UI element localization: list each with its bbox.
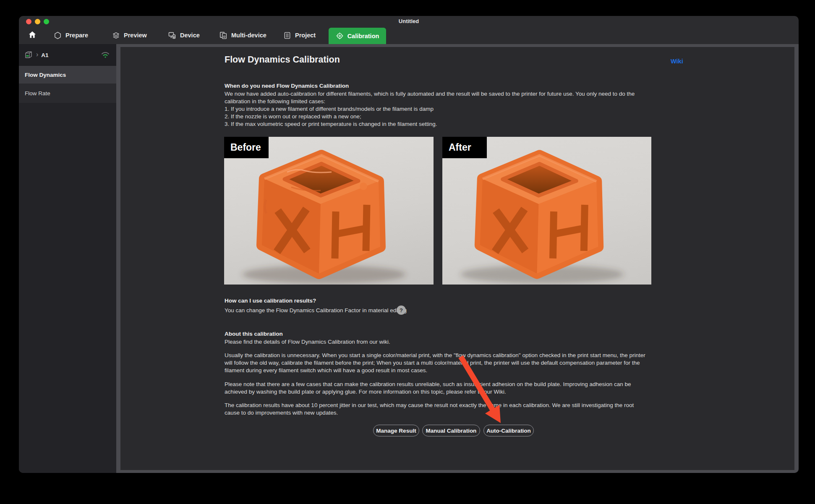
window-title: Untitled	[19, 18, 799, 24]
about-p3: Please note that there are a few cases t…	[225, 381, 646, 396]
when-cases: 1. If you introduce a new filament of di…	[225, 105, 646, 128]
sidebar-item-flow-rate[interactable]: Flow Rate	[19, 84, 116, 103]
tab-prepare[interactable]: Prepare	[54, 29, 88, 41]
sidebar: › A1 Flow Dynamics Flow Rate	[19, 44, 116, 473]
before-label: Before	[224, 137, 269, 158]
printer-selector[interactable]: › A1	[19, 44, 116, 66]
help-button[interactable]: ?	[397, 306, 406, 315]
sidebar-item-label: Flow Dynamics	[25, 72, 66, 78]
tab-label: Prepare	[65, 32, 88, 39]
before-photo: Before	[224, 137, 434, 285]
screen: Untitled Prepare Previ	[0, 0, 815, 504]
sidebar-item-flow-dynamics[interactable]: Flow Dynamics	[19, 66, 116, 84]
tab-project[interactable]: Project	[283, 29, 316, 41]
layers-icon	[112, 31, 120, 39]
calibration-panel: Flow Dynamics Calibration Wiki When do y…	[120, 47, 794, 470]
tab-label: Preview	[124, 32, 147, 39]
calibration-cube-before	[224, 137, 434, 285]
printer-name: A1	[41, 52, 48, 58]
wifi-icon	[100, 50, 110, 59]
when-intro: We now have added auto-calibration for d…	[225, 90, 646, 105]
project-icon	[283, 31, 291, 39]
after-photo: After	[442, 137, 651, 285]
tab-preview[interactable]: Preview	[112, 29, 147, 41]
printer-icon	[24, 51, 33, 59]
tab-device[interactable]: Device	[168, 29, 200, 41]
how-heading: How can I use calibration results?	[225, 298, 316, 304]
tab-label: Calibration	[347, 33, 379, 39]
calibration-cube-after	[442, 137, 651, 285]
tab-label: Project	[295, 32, 316, 39]
workspace: Flow Dynamics Calibration Wiki When do y…	[116, 44, 799, 473]
titlebar: Untitled	[19, 16, 799, 26]
after-label: After	[442, 137, 487, 158]
tab-calibration-active[interactable]: Calibration	[329, 28, 386, 44]
sidebar-item-label: Flow Rate	[25, 90, 50, 97]
tab-multi-device[interactable]: Multi-device	[219, 29, 266, 41]
how-body: You can change the Flow Dynamics Calibra…	[225, 307, 646, 314]
multi-device-icon	[219, 31, 227, 39]
case-line: 1. If you introduce a new filament of di…	[225, 105, 646, 113]
calibration-icon	[336, 32, 344, 40]
when-heading: When do you need Flow Dynamics Calibrati…	[225, 83, 349, 89]
case-line: 3. If the max volumetric speed or print …	[225, 120, 646, 128]
about-p4: The calibration results have about 10 pe…	[225, 402, 646, 417]
about-p2: Usually the calibration is unnecessary. …	[225, 352, 646, 374]
page-title: Flow Dynamics Calibration	[225, 55, 340, 65]
tab-label: Multi-device	[231, 32, 266, 39]
home-button[interactable]	[26, 29, 39, 41]
tab-label: Device	[180, 32, 200, 39]
box-icon	[54, 31, 62, 39]
case-line: 2. If the nozzle is worn out or replaced…	[225, 113, 646, 120]
about-heading: About this calibration	[225, 331, 283, 337]
about-p1: Please find the details of Flow Dynamics…	[225, 338, 646, 346]
app-window: Untitled Prepare Previ	[19, 16, 799, 473]
home-icon	[28, 30, 37, 39]
tab-bar: Prepare Preview Device	[19, 26, 799, 44]
chevron-right-icon: ›	[36, 51, 38, 58]
device-icon	[168, 31, 176, 39]
manual-calibration-button[interactable]: Manual Calibration	[422, 425, 480, 436]
auto-calibration-button[interactable]: Auto-Calibration	[483, 425, 534, 436]
wiki-link[interactable]: Wiki	[671, 58, 683, 65]
manage-result-button[interactable]: Manage Result	[373, 425, 419, 436]
